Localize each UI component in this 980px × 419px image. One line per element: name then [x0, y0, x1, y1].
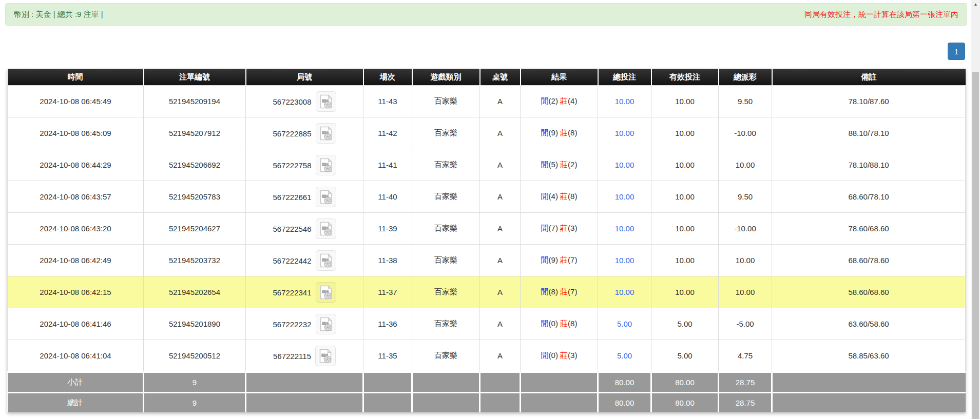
table-row: 2024-10-08 06:45:49521945209194567223008…: [8, 86, 966, 117]
summary-bar: 幣別 : 美金 | 總共 :9 注單 | 同局有效投注，統一計算在該局第一張注單…: [5, 3, 967, 26]
footer-empty-round-no: [246, 393, 363, 413]
cell-bet-id: 521945200512: [144, 340, 246, 372]
table-row: 2024-10-08 06:43:20521945204627567222546…: [8, 213, 966, 245]
result-banker-points: (4): [568, 96, 577, 105]
total-bet-link[interactable]: 10.00: [615, 288, 635, 296]
cell-session: 11-36: [363, 308, 412, 340]
cell-remark: 63.60/58.60: [772, 308, 966, 340]
cell-bet-id: 521945207912: [144, 117, 246, 149]
cell-valid-bet: 10.00: [651, 181, 719, 213]
cell-remark: 88.10/78.10: [772, 117, 966, 149]
video-replay-button[interactable]: [316, 314, 336, 334]
table-header-row: 時間注單編號局號場次遊戲類別桌號結果總投注有效投注總派彩備註: [8, 69, 966, 86]
video-replay-button[interactable]: [316, 282, 336, 303]
cell-bet-id: 521945205783: [144, 181, 246, 213]
total-bet-link[interactable]: 10.00: [615, 129, 635, 137]
total-bet-link[interactable]: 10.00: [615, 224, 635, 233]
column-header-game_type: 遊戲類別: [412, 69, 480, 86]
total-bet-link[interactable]: 5.00: [617, 351, 632, 360]
cell-round-no: 567222442: [246, 245, 363, 276]
result-player-points: (9): [549, 128, 561, 137]
video-replay-button[interactable]: [316, 155, 336, 175]
cell-round-no: 567222758: [246, 149, 363, 181]
video-replay-button[interactable]: [316, 250, 336, 271]
round-number-text: 567222115: [273, 351, 311, 360]
cell-bet-id: 521945206692: [144, 149, 246, 181]
table-row: 2024-10-08 06:43:57521945205783567222661…: [8, 181, 966, 213]
scrollbar-up-arrow-icon[interactable]: ▲: [971, 0, 980, 9]
cell-round-no: 567222115: [246, 340, 363, 372]
total-bet-link[interactable]: 5.00: [617, 320, 632, 328]
cell-time: 2024-10-08 06:45:09: [8, 117, 144, 149]
footer-empty-game-type: [412, 372, 480, 393]
cell-total-bet: 10.00: [598, 181, 651, 213]
cell-table-no: A: [480, 340, 521, 372]
cell-valid-bet: 10.00: [651, 245, 719, 276]
video-replay-button[interactable]: [315, 346, 336, 366]
cell-valid-bet: 10.00: [651, 86, 719, 117]
result-banker-label: 莊: [560, 96, 568, 105]
round-number-text: 567222442: [273, 256, 311, 265]
video-file-icon: [319, 222, 333, 236]
footer-empty-result: [521, 393, 598, 413]
video-file-icon: [319, 158, 333, 172]
cell-session: 11-40: [363, 181, 412, 213]
result-banker-label: 莊: [560, 192, 568, 201]
video-replay-button[interactable]: [316, 187, 336, 207]
total-bet-link[interactable]: 10.00: [615, 256, 635, 265]
total-bet-link[interactable]: 10.00: [615, 161, 635, 169]
column-header-table_no: 桌號: [480, 69, 521, 86]
cell-remark: 68.60/78.10: [772, 181, 966, 213]
cell-result: 閒(4) 莊(8): [521, 181, 598, 213]
cell-session: 11-41: [363, 149, 412, 181]
footer-empty-remark: [772, 393, 966, 413]
video-replay-button[interactable]: [316, 218, 336, 239]
cell-game-type: 百家樂: [412, 181, 480, 213]
video-replay-button[interactable]: [316, 123, 336, 144]
video-file-icon: [319, 94, 333, 109]
total-bet-link[interactable]: 10.00: [615, 192, 635, 201]
result-player-points: (4): [549, 192, 561, 201]
cell-time: 2024-10-08 06:44:29: [8, 149, 144, 181]
cell-total-payout: 10.00: [719, 276, 772, 308]
cell-time: 2024-10-08 06:41:04: [8, 340, 144, 372]
total-bet-link[interactable]: 10.00: [615, 97, 635, 106]
cell-table-no: A: [480, 308, 521, 340]
scrollbar-thumb[interactable]: [972, 72, 979, 419]
table-row: 2024-10-08 06:41:04521945200512567222115…: [8, 340, 966, 372]
video-replay-button[interactable]: [316, 91, 336, 112]
cell-total-payout: 10.00: [719, 149, 772, 181]
cell-game-type: 百家樂: [412, 245, 480, 276]
cell-remark: 68.60/78.60: [772, 245, 966, 276]
cell-game-type: 百家樂: [412, 308, 480, 340]
cell-table-no: A: [480, 213, 521, 245]
cell-valid-bet: 10.00: [651, 276, 719, 308]
result-banker-points: (2): [568, 160, 577, 169]
table-row: 2024-10-08 06:41:46521945201890567222232…: [8, 308, 966, 340]
result-banker-points: (3): [568, 224, 577, 232]
cell-total-payout: 9.50: [719, 86, 772, 117]
result-banker-label: 莊: [560, 319, 568, 328]
video-file-icon: [319, 285, 333, 300]
pagination-page-1-button[interactable]: 1: [948, 43, 965, 60]
cell-remark: 78.10/88.10: [772, 149, 966, 181]
result-banker-label: 莊: [560, 351, 568, 360]
video-file-icon: [319, 253, 333, 268]
result-banker-label: 莊: [560, 128, 568, 137]
cell-time: 2024-10-08 06:43:20: [8, 213, 144, 245]
footer-total-bet: 80.00: [598, 393, 651, 413]
cell-total-bet: 10.00: [598, 149, 651, 181]
footer-empty-table-no: [480, 372, 521, 393]
cell-result: 閒(9) 莊(8): [521, 117, 598, 149]
result-banker-label: 莊: [560, 287, 568, 296]
result-banker-points: (3): [568, 351, 577, 360]
cell-time: 2024-10-08 06:41:46: [8, 308, 144, 340]
result-player-label: 閒: [541, 128, 549, 137]
round-number-text: 567222758: [273, 161, 311, 169]
cell-round-no: 567222546: [246, 213, 363, 245]
column-header-round_no: 局號: [246, 69, 363, 86]
vertical-scrollbar[interactable]: ▲: [971, 0, 980, 419]
cell-bet-id: 521945209194: [144, 86, 246, 117]
cell-valid-bet: 10.00: [651, 149, 719, 181]
cell-total-payout: -5.00: [719, 308, 772, 340]
